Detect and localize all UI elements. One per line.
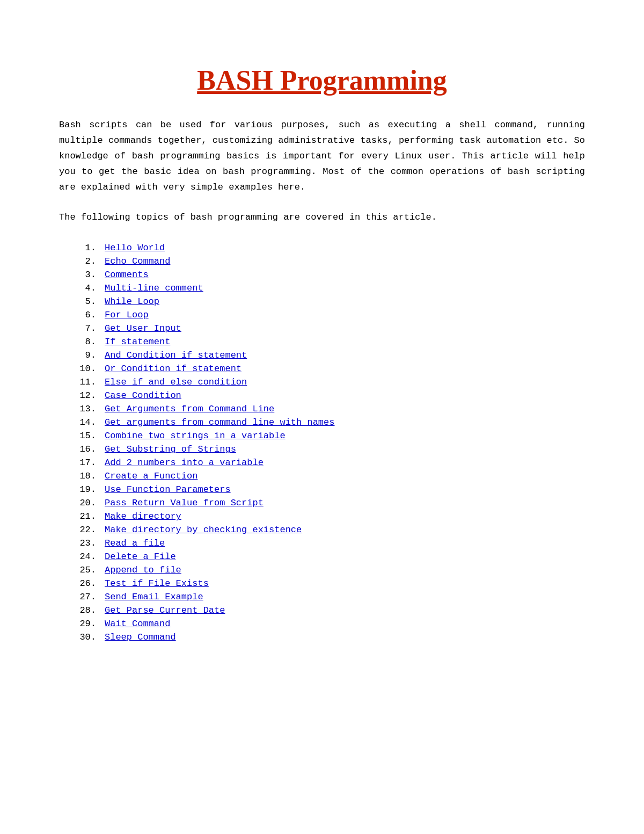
list-item-number: 10.: [75, 364, 105, 374]
list-item-number: 18.: [75, 471, 105, 481]
list-item: 6.For Loop: [75, 310, 585, 320]
list-item-link[interactable]: Make directory: [105, 511, 181, 521]
list-item-link[interactable]: Add 2 numbers into a variable: [105, 458, 264, 468]
list-item-number: 29.: [75, 619, 105, 629]
list-item: 13.Get Arguments from Command Line: [75, 404, 585, 414]
list-item-number: 12.: [75, 390, 105, 401]
list-item-link[interactable]: Case Condition: [105, 390, 181, 401]
list-item: 29.Wait Command: [75, 619, 585, 629]
list-item-number: 16.: [75, 444, 105, 454]
list-item-link[interactable]: Get Substring of Strings: [105, 444, 236, 454]
list-item-link[interactable]: Append to file: [105, 565, 181, 575]
list-item-link[interactable]: Get Parse Current Date: [105, 605, 225, 615]
list-item: 10.Or Condition if statement: [75, 364, 585, 374]
list-item-link[interactable]: Sleep Command: [105, 632, 176, 642]
list-item: 28.Get Parse Current Date: [75, 605, 585, 615]
list-item: 3.Comments: [75, 270, 585, 280]
list-item-number: 9.: [75, 350, 105, 360]
list-item-link[interactable]: Echo Command: [105, 256, 170, 266]
list-item-link[interactable]: Get User Input: [105, 323, 181, 333]
list-item: 18.Create a Function: [75, 471, 585, 481]
list-item-link[interactable]: Read a file: [105, 538, 165, 548]
list-item-number: 13.: [75, 404, 105, 414]
page-title: BASH Programming: [59, 64, 585, 96]
list-item: 12.Case Condition: [75, 390, 585, 401]
list-item-link[interactable]: Delete a File: [105, 552, 176, 562]
list-item: 14.Get arguments from command line with …: [75, 417, 585, 427]
list-item-number: 8.: [75, 337, 105, 347]
list-item-number: 15.: [75, 431, 105, 441]
list-item-link[interactable]: Create a Function: [105, 471, 197, 481]
list-item-link[interactable]: While Loop: [105, 296, 159, 307]
list-item: 24.Delete a File: [75, 552, 585, 562]
list-item-link[interactable]: And Condition if statement: [105, 350, 247, 360]
list-item: 7.Get User Input: [75, 323, 585, 333]
list-item-number: 30.: [75, 632, 105, 642]
intro-paragraph: Bash scripts can be used for various pur…: [59, 118, 585, 195]
list-item-number: 20.: [75, 498, 105, 508]
list-item-link[interactable]: Combine two strings in a variable: [105, 431, 286, 441]
list-item: 15.Combine two strings in a variable: [75, 431, 585, 441]
list-item: 4.Multi-line comment: [75, 283, 585, 293]
list-item-link[interactable]: Make directory by checking existence: [105, 525, 302, 535]
list-item-link[interactable]: Comments: [105, 270, 149, 280]
list-item: 16.Get Substring of Strings: [75, 444, 585, 454]
list-item-number: 26.: [75, 578, 105, 589]
list-item-number: 23.: [75, 538, 105, 548]
list-item-number: 2.: [75, 256, 105, 266]
list-item-link[interactable]: Get arguments from command line with nam…: [105, 417, 334, 427]
list-item: 1.Hello World: [75, 243, 585, 253]
list-item-number: 17.: [75, 458, 105, 468]
list-item: 30.Sleep Command: [75, 632, 585, 642]
list-item-number: 3.: [75, 270, 105, 280]
list-item-number: 11.: [75, 377, 105, 387]
list-item: 22.Make directory by checking existence: [75, 525, 585, 535]
list-item-link[interactable]: Test if File Exists: [105, 578, 209, 589]
list-item-number: 5.: [75, 296, 105, 307]
list-item-number: 22.: [75, 525, 105, 535]
list-item-number: 21.: [75, 511, 105, 521]
list-item-number: 28.: [75, 605, 105, 615]
list-item-link[interactable]: Hello World: [105, 243, 165, 253]
list-item-number: 19.: [75, 484, 105, 495]
list-item-link[interactable]: Else if and else condition: [105, 377, 247, 387]
list-item: 27.Send Email Example: [75, 592, 585, 602]
list-item-number: 14.: [75, 417, 105, 427]
list-item-link[interactable]: Pass Return Value from Script: [105, 498, 264, 508]
list-item: 2.Echo Command: [75, 256, 585, 266]
list-item: 17.Add 2 numbers into a variable: [75, 458, 585, 468]
list-item: 26.Test if File Exists: [75, 578, 585, 589]
list-item: 20.Pass Return Value from Script: [75, 498, 585, 508]
list-item-number: 6.: [75, 310, 105, 320]
list-item: 5.While Loop: [75, 296, 585, 307]
list-item-number: 24.: [75, 552, 105, 562]
list-item-link[interactable]: Wait Command: [105, 619, 170, 629]
list-item-number: 25.: [75, 565, 105, 575]
list-item-link[interactable]: Use Function Parameters: [105, 484, 231, 495]
list-item-link[interactable]: If statement: [105, 337, 170, 347]
list-item: 11.Else if and else condition: [75, 377, 585, 387]
list-item-number: 7.: [75, 323, 105, 333]
list-item-link[interactable]: For Loop: [105, 310, 149, 320]
list-item: 23.Read a file: [75, 538, 585, 548]
list-item: 8.If statement: [75, 337, 585, 347]
list-item-link[interactable]: Get Arguments from Command Line: [105, 404, 274, 414]
list-item-link[interactable]: Or Condition if statement: [105, 364, 241, 374]
list-item-number: 4.: [75, 283, 105, 293]
list-item-link[interactable]: Multi-line comment: [105, 283, 203, 293]
list-item: 25.Append to file: [75, 565, 585, 575]
list-item-number: 1.: [75, 243, 105, 253]
topics-intro: The following topics of bash programming…: [59, 210, 585, 226]
list-item: 9.And Condition if statement: [75, 350, 585, 360]
list-item: 21.Make directory: [75, 511, 585, 521]
topics-list: 1.Hello World2.Echo Command3.Comments4.M…: [75, 243, 585, 642]
list-item: 19.Use Function Parameters: [75, 484, 585, 495]
list-item-link[interactable]: Send Email Example: [105, 592, 203, 602]
list-item-number: 27.: [75, 592, 105, 602]
